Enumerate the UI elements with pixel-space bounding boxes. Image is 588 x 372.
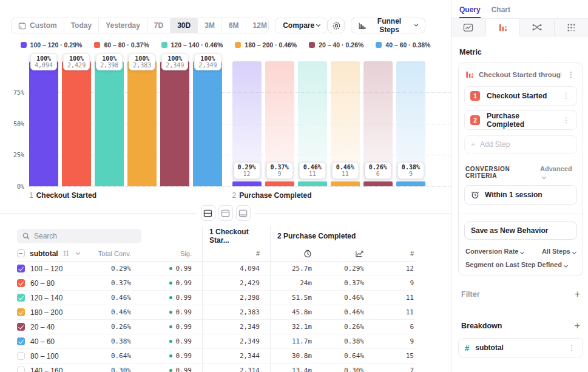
add-filter-button[interactable]: + bbox=[575, 289, 580, 299]
kebab-menu-icon[interactable]: ⋮ bbox=[561, 92, 571, 100]
conversion-rate-dropdown[interactable]: Conversion Rate bbox=[465, 248, 524, 255]
step2-column-header[interactable]: 2 Purchase Completed bbox=[261, 226, 415, 246]
table-view-button[interactable] bbox=[236, 205, 251, 221]
funnel-bar[interactable]: 100%2,398 bbox=[95, 61, 124, 186]
row-checkbox[interactable] bbox=[17, 294, 25, 302]
range-6m-button[interactable]: 6M bbox=[222, 18, 246, 33]
funnel-chart: 75% 50% 25% 0% 100%4,094 100%2,429 100%2… bbox=[0, 61, 451, 186]
conversion-window-button[interactable]: Within 1 session bbox=[464, 185, 577, 205]
legend-item[interactable]: 40 – 60 · 0.38% bbox=[376, 41, 430, 49]
gridline bbox=[27, 186, 451, 187]
legend-item[interactable]: 180 – 200 · 0.46% bbox=[235, 41, 297, 49]
add-step-button[interactable]: + Add Step bbox=[464, 135, 577, 154]
chart-legend: 100 – 120 · 0.29% 60 – 80 · 0.37% 120 – … bbox=[0, 41, 451, 49]
range-12m-button[interactable]: 12M bbox=[246, 18, 269, 33]
sig-header[interactable]: Sig. bbox=[132, 246, 193, 262]
all-steps-dropdown[interactable]: All Steps bbox=[542, 248, 576, 255]
compare-button[interactable]: Compare bbox=[275, 18, 328, 33]
group-column-header[interactable]: subtotal 11 bbox=[17, 246, 97, 262]
row-checkbox[interactable] bbox=[17, 352, 25, 360]
range-30d-button[interactable]: 30D bbox=[171, 18, 198, 33]
query-sidebar: Query Chart Metric Checkout Started t bbox=[451, 0, 588, 372]
range-7d-button[interactable]: 7D bbox=[147, 18, 171, 33]
select-all-checkbox[interactable] bbox=[17, 249, 25, 257]
row-checkbox[interactable] bbox=[17, 337, 25, 345]
kebab-menu-icon[interactable]: ⋮ bbox=[566, 70, 576, 79]
step1-count-header[interactable]: # bbox=[193, 246, 261, 262]
segment-dropdown[interactable]: Segment on Last Step Defined bbox=[465, 261, 576, 268]
funnel-bar[interactable]: 0.26%6 bbox=[363, 61, 393, 186]
chart-settings-button[interactable] bbox=[328, 18, 345, 33]
funnel-bar[interactable]: 100%4,094 bbox=[29, 61, 58, 186]
range-3m-button[interactable]: 3M bbox=[198, 18, 222, 33]
legend-item[interactable]: 120 – 140 · 0.46% bbox=[161, 41, 223, 49]
avg-time-header[interactable] bbox=[261, 246, 313, 262]
tab-query[interactable]: Query bbox=[459, 5, 481, 18]
funnel-bar[interactable]: 100%2,349 bbox=[160, 61, 189, 186]
dot-grid-icon bbox=[567, 23, 576, 32]
bar-value-label: 100%2,398 bbox=[96, 53, 123, 70]
funnel-bar[interactable]: 0.46%11 bbox=[298, 61, 327, 186]
significance-dot bbox=[169, 311, 172, 314]
funnel-bar[interactable]: 0.46%11 bbox=[331, 61, 360, 186]
step2-count-header[interactable]: # bbox=[365, 246, 415, 262]
split-view-button[interactable] bbox=[201, 205, 215, 221]
funnel-metric-icon bbox=[465, 70, 474, 79]
total-conv-header[interactable]: Total Conv. bbox=[97, 246, 132, 262]
conversion-criteria-row: CONVERSION CRITERIA Advanced bbox=[465, 165, 576, 180]
step2-bar-group: 0.29%12 0.37%9 0.46%11 0.46%11 0.26%6 0.… bbox=[232, 61, 426, 186]
funnel-bar[interactable]: 0.37%9 bbox=[265, 61, 294, 186]
sidebar-tabs: Query Chart bbox=[451, 0, 588, 18]
row-checkbox[interactable] bbox=[17, 323, 25, 331]
chevron-down-icon bbox=[572, 250, 576, 254]
plot-area: 100%4,094 100%2,429 100%2,398 100%2,383 … bbox=[29, 61, 425, 186]
chevron-down-icon bbox=[564, 263, 568, 268]
range-yesterday-button[interactable]: Yesterday bbox=[99, 18, 147, 33]
column-divider bbox=[270, 226, 271, 372]
range-custom-button[interactable]: Custom bbox=[12, 18, 64, 33]
conversion-header[interactable] bbox=[313, 246, 365, 262]
chart-type-grid-tab[interactable] bbox=[555, 19, 588, 36]
save-as-new-behavior-button[interactable]: Save as New Behavior bbox=[464, 222, 577, 240]
chart-type-journeys-tab[interactable] bbox=[520, 19, 555, 36]
legend-swatch bbox=[94, 42, 100, 48]
funnel-bar[interactable]: 100%2,383 bbox=[127, 61, 157, 186]
tab-chart[interactable]: Chart bbox=[492, 5, 510, 18]
breakdown-property[interactable]: # subtotal ⋮ bbox=[458, 338, 583, 357]
bar-value-label: 0.37%9 bbox=[266, 162, 293, 179]
row-checkbox[interactable] bbox=[17, 265, 25, 272]
funnel-step-1[interactable]: 1 Checkout Started ⋮ bbox=[464, 86, 577, 106]
chart-type-line-tab[interactable] bbox=[451, 19, 486, 36]
chart-type-funnel-tab[interactable] bbox=[486, 19, 521, 36]
breakdown-table: 1 Checkout Star... 2 Purchase Completed … bbox=[17, 226, 415, 372]
funnel-bar[interactable]: 100%2,349 bbox=[193, 61, 222, 186]
funnel-bar[interactable]: 0.29%12 bbox=[232, 61, 262, 186]
kebab-menu-icon[interactable]: ⋮ bbox=[561, 116, 571, 124]
view-toggle-group bbox=[197, 205, 254, 221]
filter-label: Filter bbox=[461, 290, 480, 299]
significance-dot bbox=[169, 369, 172, 372]
search-input[interactable] bbox=[34, 232, 131, 240]
legend-item[interactable]: 60 – 80 · 0.37% bbox=[94, 41, 149, 49]
row-checkbox[interactable] bbox=[17, 279, 25, 287]
measured-as-row: Conversion Rate All Steps bbox=[465, 248, 576, 255]
legend-item[interactable]: 100 – 120 · 0.29% bbox=[21, 41, 83, 49]
step1-column-header[interactable]: 1 Checkout Star... bbox=[193, 226, 261, 246]
range-today-button[interactable]: Today bbox=[64, 18, 99, 33]
journeys-icon bbox=[532, 23, 542, 32]
chart-view-button[interactable] bbox=[218, 205, 233, 221]
group-count: 11 bbox=[63, 250, 69, 257]
funnel-bar[interactable]: 100%2,429 bbox=[62, 61, 91, 186]
funnel-steps-dropdown[interactable]: Funnel Steps bbox=[351, 18, 425, 33]
funnel-step-2[interactable]: 2 Purchase Completed ⋮ bbox=[464, 110, 577, 130]
metric-header[interactable]: Checkout Started through Purch... ⋮ bbox=[464, 69, 577, 81]
kebab-menu-icon[interactable]: ⋮ bbox=[567, 343, 576, 352]
funnel-bar[interactable]: 0.38%9 bbox=[396, 61, 425, 186]
converted-bar bbox=[298, 181, 327, 186]
legend-item[interactable]: 20 – 40 · 0.26% bbox=[309, 41, 363, 49]
search-box[interactable] bbox=[17, 229, 141, 243]
advanced-dropdown[interactable]: Advanced bbox=[540, 165, 576, 180]
add-breakdown-button[interactable]: + bbox=[575, 321, 580, 331]
row-checkbox[interactable] bbox=[17, 308, 25, 316]
row-checkbox[interactable] bbox=[17, 367, 25, 372]
